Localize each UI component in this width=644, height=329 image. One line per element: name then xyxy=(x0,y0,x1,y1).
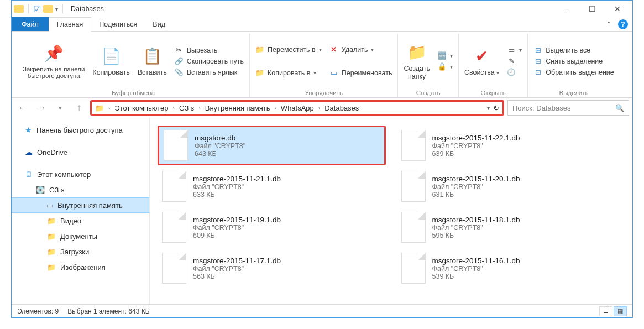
cut-button[interactable]: ✂Вырезать xyxy=(175,46,244,55)
chevron-down-icon: ▾ xyxy=(313,70,316,76)
star-icon: ★ xyxy=(25,126,32,134)
sidebar-item-device[interactable]: 💽G3 s xyxy=(12,182,149,197)
address-dropdown-icon[interactable]: ▾ xyxy=(487,105,490,111)
sidebar-item-internal[interactable]: ▭Внутренняя память xyxy=(12,197,149,213)
address-bar[interactable]: 📁 › Этот компьютер› G3 s› Внутренняя пам… xyxy=(90,100,504,116)
move-to-button[interactable]: 📁Переместить в ▾ xyxy=(255,45,322,54)
sidebar-item-onedrive[interactable]: ☁OneDrive xyxy=(12,144,149,160)
file-item[interactable]: msgstore-2015-11-18.1.db Файл "CRYPT8" 5… xyxy=(397,207,625,247)
file-type: Файл "CRYPT8" xyxy=(432,183,520,191)
breadcrumb-item[interactable]: G3 s› xyxy=(179,104,201,112)
rename-button[interactable]: ▭Переименовать xyxy=(329,69,392,77)
copy-icon: 📄 xyxy=(101,46,121,66)
easy-access-button[interactable]: 🔓▾ xyxy=(438,62,453,71)
file-item[interactable]: msgstore-2015-11-16.1.db Файл "CRYPT8" 5… xyxy=(397,248,625,288)
sidebar-item-video[interactable]: 📁Видео xyxy=(12,213,149,228)
pin-button[interactable]: 📌 Закрепить на панели быстрого доступа xyxy=(23,44,85,79)
breadcrumb-item[interactable]: WhatsApp› xyxy=(281,104,320,112)
search-input[interactable]: Поиск: Databases 🔍 xyxy=(507,100,629,116)
file-size: 643 КБ xyxy=(195,150,245,158)
file-item[interactable]: msgstore-2015-11-21.1.db Файл "CRYPT8" 6… xyxy=(158,166,386,206)
chevron-down-icon: ▾ xyxy=(319,46,322,53)
chevron-down-icon: ▾ xyxy=(450,53,453,59)
paste-button[interactable]: 📋 Вставить xyxy=(138,46,167,76)
breadcrumb-item[interactable]: Внутренняя память› xyxy=(205,104,276,112)
forward-button[interactable]: → xyxy=(34,100,49,116)
back-button[interactable]: ← xyxy=(15,100,30,116)
invert-selection-button[interactable]: ⊡Обратить выделение xyxy=(533,68,614,77)
status-count: Элементов: 9 xyxy=(17,307,59,315)
tab-share[interactable]: Поделиться xyxy=(91,17,145,31)
chevron-down-icon: ▾ xyxy=(519,47,522,53)
sidebar-item-documents[interactable]: 📁Документы xyxy=(12,228,149,244)
qat-dropdown-icon[interactable]: ▾ xyxy=(55,6,58,12)
sidebar-item-thispc[interactable]: 🖥Этот компьютер xyxy=(12,166,149,182)
view-details-button[interactable]: ☰ xyxy=(599,306,612,316)
file-item[interactable]: msgstore-2015-11-17.1.db Файл "CRYPT8" 5… xyxy=(158,248,386,288)
history-button[interactable]: 🕘 xyxy=(507,68,522,77)
tab-home[interactable]: Главная xyxy=(49,17,92,32)
cloud-icon: ☁ xyxy=(25,148,33,156)
open-button[interactable]: ▭▾ xyxy=(507,46,522,55)
folder-icon: 📁 xyxy=(255,45,264,54)
tab-file[interactable]: Файл xyxy=(12,17,49,31)
maximize-button[interactable]: ☐ xyxy=(579,1,605,17)
chevron-down-icon: ▾ xyxy=(450,64,453,70)
delete-button[interactable]: ✕Удалить ▾ xyxy=(329,45,392,54)
file-icon xyxy=(401,253,426,284)
folder-icon: 📁 xyxy=(47,232,56,241)
new-group-label: Создать xyxy=(404,88,453,97)
copy-path-button[interactable]: 🔗Скопировать путь xyxy=(175,57,244,66)
qat-checkbox-icon[interactable]: ☑ xyxy=(33,4,41,14)
file-name: msgstore-2015-11-16.1.db xyxy=(432,257,520,265)
select-none-icon: ⊟ xyxy=(533,57,542,66)
properties-button[interactable]: ✔ Свойства ▾ xyxy=(464,46,499,76)
edit-icon: ✎ xyxy=(507,57,516,66)
new-folder-icon: 📁 xyxy=(407,43,427,62)
rename-icon: ▭ xyxy=(329,69,338,77)
file-icon xyxy=(164,130,188,161)
ribbon-collapse-icon[interactable]: ⌃ xyxy=(606,20,611,28)
path-icon: 🔗 xyxy=(175,57,184,66)
breadcrumb-item[interactable]: Этот компьютер› xyxy=(114,104,175,112)
edit-button[interactable]: ✎ xyxy=(507,57,522,66)
file-size: 631 КБ xyxy=(432,191,520,199)
properties-icon: ✔ xyxy=(472,46,492,66)
file-icon xyxy=(401,171,426,202)
new-item-button[interactable]: 🆕▾ xyxy=(438,51,453,60)
select-all-icon: ⊞ xyxy=(533,46,542,55)
breadcrumb-item[interactable]: Databases xyxy=(324,104,359,112)
qat-folder-icon[interactable] xyxy=(43,5,53,13)
file-item[interactable]: msgstore.db Файл "CRYPT8" 643 КБ xyxy=(158,126,386,165)
view-icons-button[interactable]: ▦ xyxy=(614,306,627,316)
select-all-button[interactable]: ⊞Выделить все xyxy=(533,46,614,55)
file-name: msgstore.db xyxy=(195,134,245,142)
file-item[interactable]: msgstore-2015-11-20.1.db Файл "CRYPT8" 6… xyxy=(397,166,625,206)
new-folder-button[interactable]: 📁 Создать папку xyxy=(404,43,430,80)
sidebar-item-images[interactable]: 📁Изображения xyxy=(12,259,149,275)
file-item[interactable]: msgstore-2015-11-22.1.db Файл "CRYPT8" 6… xyxy=(397,126,625,165)
select-group-label: Выделить xyxy=(533,88,614,97)
file-type: Файл "CRYPT8" xyxy=(193,224,281,232)
scissors-icon: ✂ xyxy=(175,46,184,55)
copy-button[interactable]: 📄 Копировать xyxy=(92,46,129,76)
sidebar-item-downloads[interactable]: 📁Загрузки xyxy=(12,244,149,259)
help-icon[interactable]: ? xyxy=(618,19,628,29)
file-size: 563 КБ xyxy=(193,273,281,280)
close-button[interactable]: ✕ xyxy=(605,1,630,17)
up-button[interactable]: ↑ xyxy=(71,100,87,116)
file-icon xyxy=(401,212,426,243)
refresh-button[interactable]: ↻ xyxy=(493,104,499,112)
file-size: 595 КБ xyxy=(432,232,520,239)
file-type: Файл "CRYPT8" xyxy=(432,142,520,150)
file-name: msgstore-2015-11-22.1.db xyxy=(432,134,520,142)
select-none-button[interactable]: ⊟Снять выделение xyxy=(533,57,614,66)
paste-shortcut-button[interactable]: 📎Вставить ярлык xyxy=(175,68,244,77)
sidebar-item-quick[interactable]: ★Панель быстрого доступа xyxy=(12,122,149,138)
recent-button[interactable]: ▾ xyxy=(53,100,68,116)
tab-view[interactable]: Вид xyxy=(145,17,173,31)
minimize-button[interactable]: ─ xyxy=(554,1,579,17)
file-item[interactable]: msgstore-2015-11-19.1.db Файл "CRYPT8" 6… xyxy=(158,207,386,247)
file-name: msgstore-2015-11-20.1.db xyxy=(432,175,520,183)
copy-to-button[interactable]: 📁Копировать в ▾ xyxy=(255,69,322,77)
